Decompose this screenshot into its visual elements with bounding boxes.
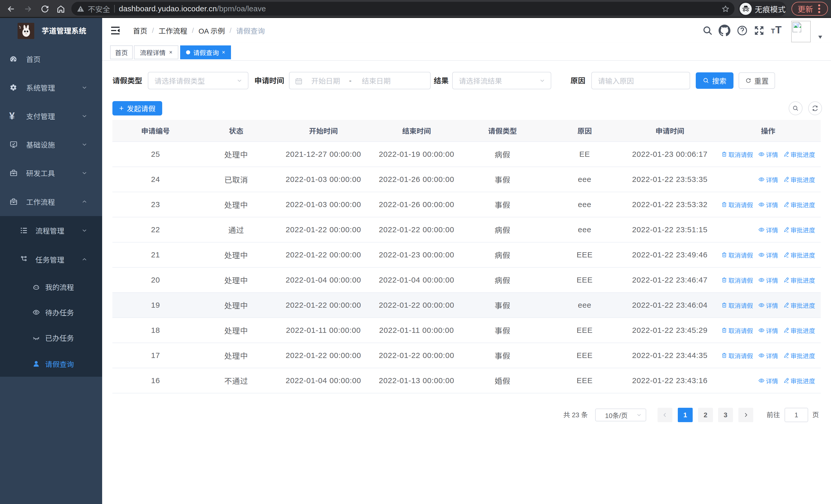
svg-text:T: T [771, 27, 775, 35]
svg-text:T: T [775, 25, 781, 35]
